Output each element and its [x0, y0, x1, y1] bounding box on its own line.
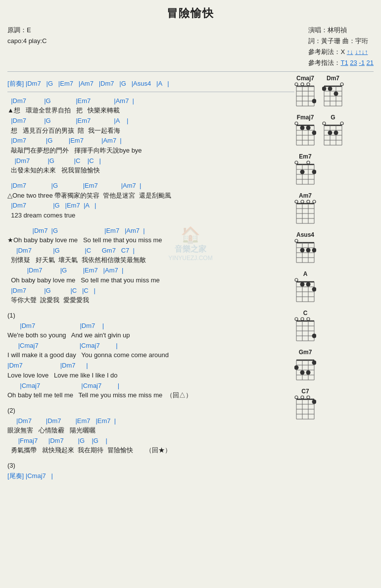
ch-lyric4: 等你大聲 說愛我 愛愛愛我: [7, 295, 294, 306]
p1-chord4: |Cmaj7 |Cmaj7 |: [7, 381, 294, 391]
svg-point-62: [295, 161, 298, 164]
v1-chord3: |Dm7 |G |Em7 |Am7 |: [7, 136, 294, 146]
svg-point-36: [295, 122, 298, 125]
a-svg: [294, 278, 316, 304]
ch-chord3: |Dm7 |G |Em7 |Am7 |: [7, 266, 294, 275]
part3-label: (3): [7, 461, 294, 471]
g-label: G: [331, 114, 335, 121]
chord-a: A: [294, 270, 316, 304]
lyrics-column: [前奏] |Dm7 |G |Em7 |Am7 |Dm7 |G |Asus4 |A…: [7, 75, 294, 481]
pick-ref: 參考指法：T1 23 -1 21: [308, 57, 374, 68]
ch-chord1: |Dm7 |G |Em7 |Am7 |: [7, 226, 294, 236]
ch-lyric1: ★Oh baby baby love me So tell me that yo…: [7, 235, 294, 246]
fmaj7-svg: [294, 121, 316, 147]
v1-lyric1: ▲想 環遊全世界自拍 把 快樂來轉載: [7, 106, 294, 116]
pick-ref-link2[interactable]: 23: [350, 59, 357, 66]
fmaj7-label: Fmaj7: [297, 114, 314, 121]
chord-g: G: [322, 114, 344, 147]
svg-point-75: [295, 200, 298, 203]
am7-label: Am7: [299, 192, 312, 199]
pick-ref-link1[interactable]: T1: [340, 59, 348, 66]
asus4-svg: [294, 239, 316, 265]
p3-line: [尾奏] |Cmaj7 |: [7, 471, 294, 481]
p2-chord2: |Fmaj7 |Dm7 |G |G |: [7, 436, 294, 446]
intro-chords: |Dm7 |G |Em7 |Am7 |Dm7 |G |Asus4 |A |: [26, 80, 169, 87]
svg-point-12: [307, 83, 310, 86]
svg-point-104: [312, 287, 317, 292]
svg-point-39: [312, 131, 317, 135]
song-title: 冒險愉快: [7, 6, 374, 21]
p1-lyric4: Oh baby tell me tell me Tell me you miss…: [7, 390, 294, 401]
divider-1: [7, 92, 294, 92]
chord-pair-2: Fmaj7: [294, 114, 344, 147]
ch-lyric3: Oh baby baby love me So tell me that you…: [7, 275, 294, 286]
main-page: 冒險愉快 原調：E capo:4 play:C 演唱：林明禎 詞：黃子珊 曲：宇…: [0, 0, 381, 487]
intro-section: [前奏] |Dm7 |G |Em7 |Am7 |Dm7 |G |Asus4 |A…: [7, 79, 294, 89]
part2-section: (2) |Dm7 |Dm7 |Em7 |Em7 | 眼淚無害 心情陰霾 陽光曬曬…: [7, 406, 294, 456]
svg-point-89: [300, 248, 305, 253]
left-info: 原調：E capo:4 play:C: [7, 25, 47, 68]
p1-lyric1: We're both so young And we ain't givin u…: [7, 330, 294, 341]
svg-point-24: [328, 87, 333, 91]
chord-c7: C7: [294, 388, 316, 421]
verse2-section: |Dm7 |G |Em7 |Am7 | △One two three 帶著獨家的…: [7, 181, 294, 221]
credits-info: 詞：黃子珊 曲：宇珩: [308, 36, 374, 47]
v1-lyric3: 敲敲門在夢想的門外 揮揮手向昨天說bye bye: [7, 146, 294, 156]
chord-fmaj7: Fmaj7: [294, 114, 316, 147]
svg-point-143: [312, 400, 317, 404]
svg-point-78: [313, 200, 316, 203]
chord-gm7: Gm7: [294, 349, 316, 382]
svg-point-25: [334, 92, 338, 96]
part3-section: (3) [尾奏] |Cmaj7 |: [7, 461, 294, 481]
em7-label: Em7: [299, 153, 311, 160]
v1-chord1: |Dm7 |G |Em7 |Am7 |: [7, 96, 294, 106]
p2-lyric2: 勇氣攜帶 就快飛起來 我在期待 冒險愉快 （回★）: [7, 445, 294, 456]
p1-lyric3: Love love love Love me like I like I do: [7, 371, 294, 381]
pick-ref-link3[interactable]: -1: [359, 59, 365, 66]
p1-lyric2: I will make it a good day You gonna come…: [7, 350, 294, 361]
svg-point-116: [307, 318, 310, 321]
chord-cmaj7: Cmaj7: [294, 75, 316, 108]
svg-point-102: [300, 282, 305, 287]
svg-point-114: [295, 318, 298, 321]
gm7-label: Gm7: [299, 349, 312, 356]
divider-top: [7, 71, 374, 72]
svg-point-50: [328, 131, 333, 135]
svg-point-23: [322, 87, 327, 91]
chord-pair-1: Cmaj7: [294, 75, 344, 108]
chord-diagrams-panel: Cmaj7: [294, 75, 374, 481]
ch-chord2: |Dm7 |G |C Gm7 C7 |: [7, 246, 294, 256]
v2-lyric2: 123 dream comes true: [7, 211, 294, 221]
svg-point-10: [295, 83, 298, 86]
part1-section: (1) |Dm7 |Dm7 | We're both so young And …: [7, 311, 294, 401]
svg-point-91: [312, 248, 317, 253]
svg-point-115: [301, 318, 304, 321]
v1-lyric4: 出發未知的未來 祝我冒險愉快: [7, 165, 294, 176]
svg-point-141: [301, 396, 304, 399]
cmaj7-svg: [294, 82, 316, 108]
capo-info: capo:4 play:C: [7, 36, 47, 47]
strum-ref-link2[interactable]: ↓↑: [355, 48, 361, 55]
dm7-label: Dm7: [327, 75, 339, 82]
svg-point-142: [307, 396, 310, 399]
strum-ref-link3[interactable]: ↓↑: [361, 48, 368, 55]
pick-ref-link4[interactable]: 21: [367, 59, 374, 66]
v2-chord2: |Dm7 |G |Em7 |A |: [7, 201, 294, 211]
strum-ref-link1[interactable]: ↑↓: [347, 48, 353, 55]
svg-point-101: [295, 278, 298, 281]
ch-chord4: |Dm7 |G |C |C |: [7, 286, 294, 296]
v1-chord2: |Dm7 |G |Em7 |A |: [7, 116, 294, 126]
c-label: C: [303, 310, 308, 317]
v2-chord1: |Dm7 |G |Em7 |Am7 |: [7, 181, 294, 191]
svg-point-63: [300, 170, 305, 174]
main-content: [前奏] |Dm7 |G |Em7 |Am7 |Dm7 |G |Asus4 |A…: [7, 75, 374, 481]
svg-point-130: [312, 361, 317, 365]
chord-em7: Em7: [294, 153, 316, 186]
svg-point-52: [340, 122, 343, 125]
gm7-svg: [294, 356, 316, 382]
c7-svg: [294, 395, 316, 421]
dm7-svg: [322, 82, 344, 108]
svg-point-49: [323, 122, 326, 125]
ch-lyric2: 別懷疑 好天氣 壞天氣 我依然相信微笑最無敵: [7, 255, 294, 266]
svg-point-103: [306, 282, 311, 287]
